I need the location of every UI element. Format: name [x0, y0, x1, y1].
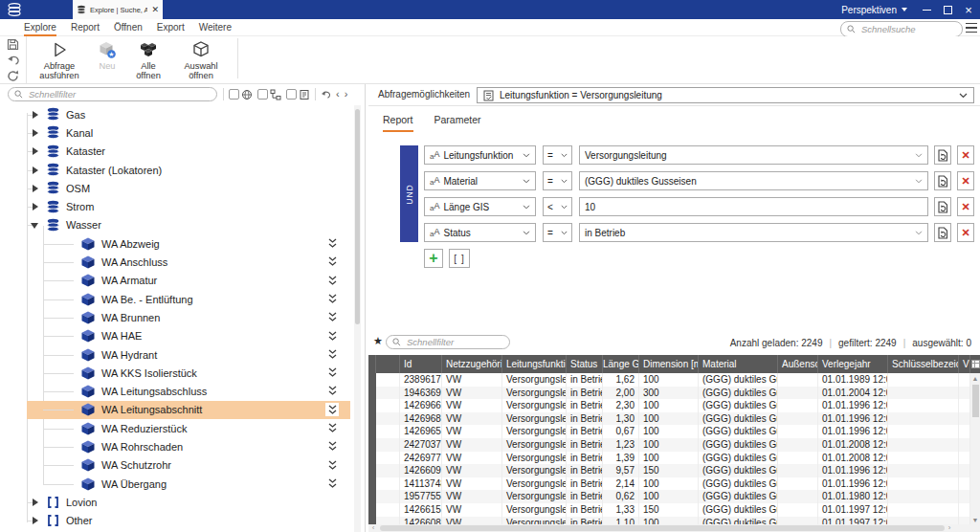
- vertical-scrollbar[interactable]: ▲ ▼: [970, 373, 980, 524]
- tree-item[interactable]: WA KKS Isolierstück: [0, 364, 352, 382]
- undo-icon[interactable]: [321, 90, 331, 100]
- tree-filter[interactable]: [8, 87, 217, 101]
- scrollbar-thumb[interactable]: [972, 385, 979, 417]
- group-operator-bar[interactable]: UND: [400, 145, 418, 242]
- parameter-button[interactable]: [934, 197, 951, 216]
- panel-splitter[interactable]: [365, 84, 366, 532]
- tree-item[interactable]: WA Leitungsabschluss: [0, 382, 352, 400]
- table-row[interactable]: 14266150VWVersorgungsleitungin Betrieb1,…: [368, 503, 970, 517]
- ribbon-tab[interactable]: Explore: [24, 19, 56, 36]
- tree-scrollbar[interactable]: [354, 105, 361, 532]
- row-select-cell[interactable]: [376, 412, 400, 426]
- expander-icon[interactable]: [30, 515, 41, 526]
- double-chevron-down-icon[interactable]: [325, 347, 339, 361]
- value-input[interactable]: (GGG) duktiles Gusseisen: [579, 171, 928, 190]
- row-select-cell[interactable]: [376, 464, 400, 477]
- refresh-icon[interactable]: [7, 70, 19, 82]
- new-button[interactable]: ★ Neu: [88, 38, 126, 73]
- field-dropdown[interactable]: aA Länge GIS: [424, 197, 536, 216]
- forward-icon[interactable]: ›: [345, 89, 348, 100]
- ribbon-tab[interactable]: Öffnen: [114, 19, 143, 36]
- expander-icon[interactable]: [30, 219, 41, 231]
- operator-dropdown[interactable]: =: [543, 145, 572, 165]
- tree-item[interactable]: Lovion: [0, 493, 352, 511]
- column-header[interactable]: Außenschutz: [778, 355, 818, 373]
- ribbon-tab[interactable]: Report: [71, 19, 100, 36]
- field-dropdown[interactable]: aA Material: [424, 171, 536, 190]
- tree-item[interactable]: Wasser: [0, 216, 352, 234]
- expander-icon[interactable]: [30, 201, 41, 212]
- checkbox-map-icon[interactable]: [229, 89, 253, 100]
- header-select-cell[interactable]: [376, 355, 400, 373]
- tree-filter-input[interactable]: [27, 88, 211, 100]
- expander-icon[interactable]: [30, 165, 41, 176]
- row-select-cell[interactable]: [376, 438, 400, 452]
- row-select-cell[interactable]: [376, 477, 400, 491]
- expander-icon[interactable]: [30, 145, 41, 157]
- tree-item[interactable]: WA Brunnen: [0, 308, 352, 326]
- table-row[interactable]: 24270379VWVersorgungsleitungin Betrieb1,…: [368, 438, 970, 452]
- results-filter[interactable]: [386, 335, 510, 349]
- tree-item[interactable]: WA Anschluss: [0, 253, 352, 271]
- table-row[interactable]: 14266087VWVersorgungsleitungin Betrieb1,…: [368, 517, 970, 524]
- column-header[interactable]: Schlüsselbezeichnung: [888, 355, 959, 373]
- double-chevron-down-icon[interactable]: [325, 237, 339, 251]
- tree-item[interactable]: WA Be. - Entlüftung: [0, 290, 352, 308]
- double-chevron-down-icon[interactable]: [325, 366, 339, 380]
- row-select-cell[interactable]: [376, 387, 400, 400]
- add-group-button[interactable]: [ ]: [449, 249, 470, 268]
- expander-icon[interactable]: [30, 183, 41, 194]
- tree-item[interactable]: WA Schutzrohr: [0, 456, 352, 475]
- column-header[interactable]: Dimension [mm]: [639, 355, 699, 373]
- query-selector-dropdown[interactable]: Leitungsfunktion = Versorgungsleitung: [477, 87, 974, 103]
- tree-item[interactable]: Strom: [0, 197, 352, 215]
- tree-item[interactable]: OSM: [0, 179, 352, 197]
- parameter-button[interactable]: [934, 145, 951, 165]
- tree-item[interactable]: WA HAE: [0, 327, 352, 345]
- table-row[interactable]: 14266095VWVersorgungsleitungin Betrieb9,…: [368, 464, 970, 477]
- parameter-button[interactable]: [934, 223, 951, 242]
- value-input[interactable]: Versorgungsleitung: [579, 145, 928, 165]
- double-chevron-down-icon[interactable]: [325, 329, 339, 343]
- tree-item[interactable]: WA Hydrant: [0, 345, 352, 364]
- column-header[interactable]: Status: [567, 355, 603, 373]
- query-tab[interactable]: Report: [383, 111, 413, 132]
- remove-condition-button[interactable]: ✕: [957, 223, 974, 242]
- tree-item[interactable]: Kataster: [0, 143, 352, 161]
- column-chooser-button[interactable]: [970, 355, 980, 373]
- open-all-button[interactable]: Alle öffnen: [126, 38, 170, 82]
- expander-icon[interactable]: [30, 109, 41, 121]
- expander-icon[interactable]: [30, 127, 41, 139]
- parameter-button[interactable]: [934, 171, 951, 190]
- undo-icon[interactable]: [7, 55, 20, 66]
- maximize-button[interactable]: [936, 0, 959, 19]
- results-filter-input[interactable]: [405, 336, 503, 348]
- favorite-star-icon[interactable]: ★: [373, 335, 383, 347]
- tree-item[interactable]: Gas: [0, 105, 352, 123]
- table-row[interactable]: 23896173VWVersorgungsleitungin Betrieb1,…: [368, 373, 970, 387]
- remove-condition-button[interactable]: ✕: [957, 197, 974, 216]
- table-row[interactable]: 19463690VWVersorgungsleitungin Betrieb2,…: [368, 387, 970, 400]
- double-chevron-down-icon[interactable]: [325, 440, 339, 454]
- row-select-cell[interactable]: [376, 373, 400, 387]
- tree-item[interactable]: WA Abzweig: [0, 234, 352, 253]
- close-button[interactable]: ×: [957, 0, 980, 19]
- menu-icon[interactable]: [966, 23, 977, 33]
- tree-item[interactable]: WA Leitungsabschnitt: [0, 401, 352, 419]
- document-tab[interactable]: Explore | Suche, Anzeige und B... ✕: [73, 0, 163, 19]
- quick-search-input[interactable]: [859, 23, 956, 35]
- scrollbar-thumb[interactable]: [380, 525, 945, 531]
- table-row[interactable]: 14269658VWVersorgungsleitungin Betrieb0,…: [368, 425, 970, 438]
- tree-item[interactable]: Other: [0, 512, 352, 530]
- row-select-cell[interactable]: [376, 425, 400, 438]
- table-row[interactable]: 14269686VWVersorgungsleitungin Betrieb1,…: [368, 412, 970, 426]
- double-chevron-down-icon[interactable]: [325, 477, 339, 490]
- double-chevron-down-icon[interactable]: [325, 385, 339, 398]
- row-select-cell[interactable]: [376, 399, 400, 412]
- row-select-cell[interactable]: [376, 517, 400, 524]
- table-row[interactable]: 14269669VWVersorgungsleitungin Betrieb2,…: [368, 399, 970, 412]
- table-row[interactable]: 19577557VWVersorgungsleitungin Betrieb0,…: [368, 490, 970, 503]
- table-row[interactable]: 14113748VWVersorgungsleitungin Betrieb2,…: [368, 477, 970, 491]
- double-chevron-down-icon[interactable]: [325, 403, 339, 416]
- operator-dropdown[interactable]: =: [543, 223, 572, 242]
